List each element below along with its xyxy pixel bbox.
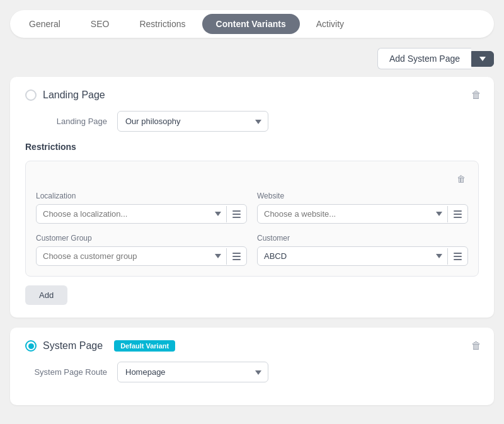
- system-route-label: System Page Route: [25, 367, 107, 377]
- system-page-card: System Page Default Variant 🗑 System Pag…: [10, 328, 494, 405]
- customer-arrow-icon: [431, 248, 447, 264]
- landing-delete-icon[interactable]: 🗑: [471, 89, 481, 101]
- website-select[interactable]: [257, 204, 468, 224]
- add-system-page-button[interactable]: Add System Page: [377, 48, 471, 69]
- customer-group-field: Customer Group: [36, 234, 247, 266]
- customer-menu-icon[interactable]: [447, 248, 467, 265]
- toolbar-row: Add System Page: [10, 48, 494, 69]
- landing-page-label: Landing Page: [25, 117, 107, 126]
- website-arrow-icon: [431, 206, 447, 222]
- customer-group-label: Customer Group: [36, 234, 247, 243]
- landing-card-header: Landing Page: [25, 89, 479, 101]
- localization-field: Localization: [36, 192, 247, 224]
- landing-page-value: Our philosophy: [118, 112, 249, 131]
- customer-group-arrow-icon: [210, 248, 226, 264]
- customer-select[interactable]: [257, 246, 468, 266]
- system-card-header: System Page Default Variant: [25, 340, 479, 352]
- tabs-bar: General SEO Restrictions Content Variant…: [10, 10, 494, 38]
- tab-general[interactable]: General: [15, 14, 74, 34]
- restrictions-grid: Localization: [36, 192, 468, 266]
- customer-label: Customer: [257, 234, 468, 243]
- tab-restrictions[interactable]: Restrictions: [125, 14, 199, 34]
- localization-menu-icon[interactable]: [226, 206, 246, 222]
- system-route-value: Homepage: [118, 362, 249, 382]
- website-field: Website: [257, 192, 468, 224]
- tab-activity[interactable]: Activity: [302, 14, 358, 34]
- customer-input[interactable]: [258, 247, 431, 265]
- landing-radio[interactable]: [25, 89, 37, 101]
- default-variant-badge: Default Variant: [114, 340, 175, 352]
- website-label: Website: [257, 192, 468, 200]
- landing-page-select[interactable]: Our philosophy: [117, 111, 268, 132]
- restrictions-section: Restrictions 🗑 Localization: [25, 142, 479, 305]
- system-route-arrow-icon: [249, 364, 268, 381]
- localization-label: Localization: [36, 192, 247, 200]
- hamburger-icon-2: [454, 210, 462, 218]
- system-card-title: System Page: [43, 340, 103, 352]
- restrictions-title: Restrictions: [25, 142, 479, 152]
- landing-page-card: Landing Page 🗑 Landing Page Our philosop…: [10, 77, 494, 318]
- website-input[interactable]: [258, 205, 431, 223]
- customer-group-select[interactable]: [36, 246, 247, 266]
- localization-arrow-icon: [210, 206, 226, 222]
- system-route-form-row: System Page Route Homepage: [25, 362, 479, 382]
- landing-page-form-row: Landing Page Our philosophy: [25, 111, 479, 132]
- add-restriction-button[interactable]: Add: [25, 285, 67, 305]
- customer-group-input[interactable]: [37, 247, 210, 265]
- add-system-page-dropdown[interactable]: [471, 51, 494, 67]
- system-radio[interactable]: [25, 340, 37, 352]
- system-delete-icon[interactable]: 🗑: [471, 340, 481, 352]
- localization-select[interactable]: [36, 204, 247, 224]
- tab-seo[interactable]: SEO: [77, 14, 123, 34]
- localization-row: [36, 204, 247, 224]
- customer-field: Customer: [257, 234, 468, 266]
- localization-input[interactable]: [37, 205, 210, 223]
- dropdown-arrow-icon: [479, 57, 486, 61]
- hamburger-icon: [232, 210, 241, 218]
- customer-group-row: [36, 246, 247, 266]
- restriction-row-delete-icon[interactable]: 🗑: [454, 171, 468, 186]
- system-route-select[interactable]: Homepage: [117, 362, 268, 382]
- website-row: [257, 204, 468, 224]
- website-menu-icon[interactable]: [447, 206, 467, 222]
- customer-group-menu-icon[interactable]: [226, 248, 246, 265]
- restrictions-box: 🗑 Localization: [25, 161, 479, 277]
- customer-row: [257, 246, 468, 266]
- hamburger-icon-4: [454, 253, 462, 260]
- landing-card-title: Landing Page: [43, 89, 105, 101]
- landing-page-arrow-icon: [249, 113, 268, 130]
- hamburger-icon-3: [232, 253, 241, 260]
- tab-content-variants[interactable]: Content Variants: [202, 14, 300, 34]
